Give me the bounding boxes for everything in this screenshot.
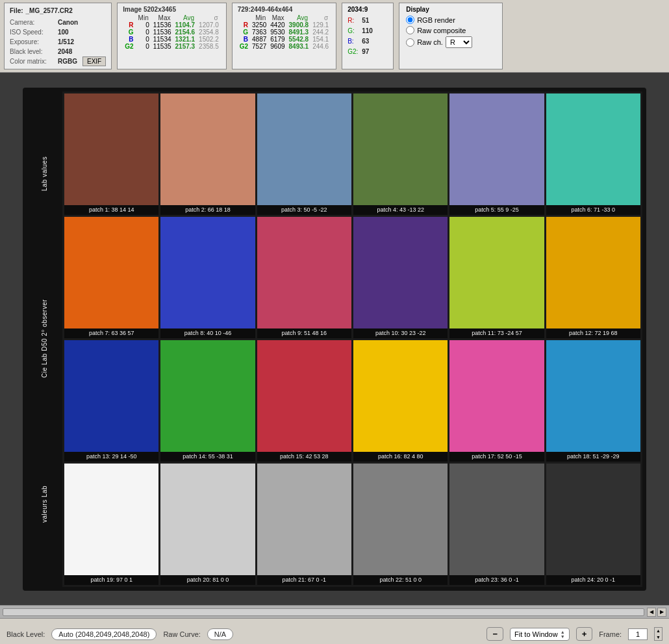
table-row: G736395308491.3244.2 xyxy=(238,29,331,36)
patch-color xyxy=(160,340,255,452)
patch-color xyxy=(160,217,255,328)
patch-label: patch 2: 66 18 18 xyxy=(160,205,255,215)
list-item[interactable]: patch 1: 38 14 14 xyxy=(64,93,158,215)
color-checker[interactable]: Lab values Cie Lab D50 2° observer valeu… xyxy=(23,88,646,591)
list-item[interactable]: patch 20: 81 0 0 xyxy=(160,464,255,585)
patch-color xyxy=(257,464,351,575)
frame-input[interactable]: 1 xyxy=(628,628,648,640)
pixel-g-label: G: xyxy=(347,26,359,36)
black-level-toolbar-label: Black Level: xyxy=(6,630,45,638)
th-min: Min xyxy=(136,14,151,21)
list-item[interactable]: patch 13: 29 14 -50 xyxy=(64,340,158,462)
rgb-render-radio[interactable] xyxy=(406,16,414,24)
patch-label: patch 5: 55 9 -25 xyxy=(449,205,544,215)
list-item[interactable]: patch 16: 82 4 80 xyxy=(353,340,448,462)
list-item[interactable]: patch 19: 97 0 1 xyxy=(64,464,158,585)
patch-label: patch 11: 73 -24 57 xyxy=(449,328,544,338)
frame-label: Frame: xyxy=(599,630,622,638)
patch-color xyxy=(64,93,158,205)
fit-to-window-label: Fit to Window xyxy=(514,630,558,638)
list-item[interactable]: patch 11: 73 -24 57 xyxy=(449,217,544,338)
horizontal-scrollbar[interactable]: ◀ ▶ xyxy=(0,605,669,618)
list-item[interactable]: patch 18: 51 -29 -29 xyxy=(546,340,640,462)
list-item[interactable]: patch 3: 50 -5 -22 xyxy=(257,93,351,215)
list-item[interactable]: patch 21: 67 0 -1 xyxy=(257,464,351,585)
color-matrix-label: Color matrix: xyxy=(10,56,55,66)
left-label-2: Cie Lab D50 2° observer xyxy=(41,299,48,378)
list-item[interactable]: patch 5: 55 9 -25 xyxy=(449,93,544,215)
th-ch xyxy=(123,14,135,21)
pixel-r-value: 51 xyxy=(362,16,369,26)
list-item[interactable]: patch 22: 51 0 0 xyxy=(353,464,448,585)
list-item[interactable]: patch 14: 55 -38 31 xyxy=(160,340,255,462)
patch-color xyxy=(449,464,544,575)
list-item[interactable]: patch 9: 51 48 16 xyxy=(257,217,351,338)
iso-value: 100 xyxy=(58,27,69,37)
list-item[interactable]: patch 15: 42 53 28 xyxy=(257,340,351,462)
list-item[interactable]: patch 8: 40 10 -46 xyxy=(160,217,255,338)
fit-to-window-dropdown[interactable]: Fit to Window ▲ ▼ xyxy=(510,628,570,641)
pixel-g2-label: G2: xyxy=(347,47,359,57)
left-labels: Lab values Cie Lab D50 2° observer valeu… xyxy=(27,92,62,587)
table-row: R325044203900.8129.1 xyxy=(238,21,331,29)
list-item[interactable]: patch 17: 52 50 -15 xyxy=(449,340,544,462)
raw-ch-select[interactable]: R G B G2 xyxy=(446,36,472,48)
scroll-right-arrow[interactable]: ▶ xyxy=(657,608,666,617)
patch-label: patch 13: 29 14 -50 xyxy=(64,452,158,462)
rgb-render-label: RGB render xyxy=(417,16,455,24)
patch-label: patch 12: 72 19 68 xyxy=(546,328,640,338)
patch-label: patch 19: 97 0 1 xyxy=(64,575,158,585)
patch-label: patch 4: 43 -13 22 xyxy=(353,205,448,215)
patch-color xyxy=(353,93,448,205)
file-label: File: xyxy=(10,6,23,16)
pixel-b-label: B: xyxy=(347,36,359,47)
zoom-plus-button[interactable]: + xyxy=(576,627,593,641)
list-item[interactable]: patch 4: 43 -13 22 xyxy=(353,93,448,215)
patch-label: patch 15: 42 53 28 xyxy=(257,452,351,462)
table-row: G20115352157.32358.5 xyxy=(123,43,220,50)
list-item[interactable]: patch 24: 20 0 -1 xyxy=(546,464,640,585)
patch-color xyxy=(546,93,640,205)
patch-label: patch 3: 50 -5 -22 xyxy=(257,205,351,215)
crop-th-max: Max xyxy=(268,14,286,21)
list-item[interactable]: patch 23: 36 0 -1 xyxy=(449,464,544,585)
file-info-panel: File: _MG_2577.CR2 Camera: Canon ISO Spe… xyxy=(4,3,112,69)
list-item[interactable]: patch 10: 30 23 -22 xyxy=(353,217,448,338)
patch-color xyxy=(64,464,158,575)
frame-up-button[interactable]: ▲ xyxy=(655,628,662,634)
camera-label: Camera: xyxy=(10,18,55,27)
patch-label: patch 20: 81 0 0 xyxy=(160,575,255,585)
pixel-info-title: 2034:9 xyxy=(347,6,388,13)
th-max: Max xyxy=(151,14,173,21)
patch-label: patch 22: 51 0 0 xyxy=(353,575,448,585)
scroll-left-arrow[interactable]: ◀ xyxy=(647,608,656,617)
frame-stepper[interactable]: ▲ ▼ xyxy=(654,627,663,640)
list-item[interactable]: patch 12: 72 19 68 xyxy=(546,217,640,338)
raw-ch-radio[interactable] xyxy=(406,38,414,47)
patch-label: patch 16: 82 4 80 xyxy=(353,452,448,462)
crop-stats-panel: 729:2449-464x464 Min Max Avg σ R32504420… xyxy=(232,3,336,69)
frame-down-button[interactable]: ▼ xyxy=(655,634,662,640)
patch-color xyxy=(160,93,255,205)
pixel-info-panel: 2034:9 R: 51 G: 110 B: 63 G2: 97 xyxy=(342,3,394,69)
pixel-r-label: R: xyxy=(347,16,359,26)
table-row: G0115362154.62354.8 xyxy=(123,29,220,36)
black-level-toolbar-value: Auto (2048,2049,2048,2048) xyxy=(51,628,157,640)
raw-composite-radio[interactable] xyxy=(406,26,414,34)
list-item[interactable]: patch 6: 71 -33 0 xyxy=(546,93,640,215)
crop-th-ch xyxy=(238,14,250,21)
patch-color xyxy=(449,217,544,328)
exif-button[interactable]: EXIF xyxy=(82,56,106,66)
raw-curve-toolbar-label: Raw Curve: xyxy=(163,630,200,638)
table-row: B488761795542.8154.1 xyxy=(238,36,331,43)
patch-label: patch 21: 67 0 -1 xyxy=(257,575,351,585)
scrollbar-track[interactable] xyxy=(3,608,644,616)
list-item[interactable]: patch 7: 63 36 57 xyxy=(64,217,158,338)
list-item[interactable]: patch 2: 66 18 18 xyxy=(160,93,255,215)
zoom-minus-button[interactable]: − xyxy=(486,627,503,641)
crop-th-avg: Avg xyxy=(287,14,311,21)
iso-label: ISO Speed: xyxy=(10,27,55,37)
crop-stats-title: 729:2449-464x464 xyxy=(238,6,331,13)
dropdown-arrows-icon: ▲ ▼ xyxy=(561,630,565,639)
patch-label: patch 9: 51 48 16 xyxy=(257,328,351,338)
